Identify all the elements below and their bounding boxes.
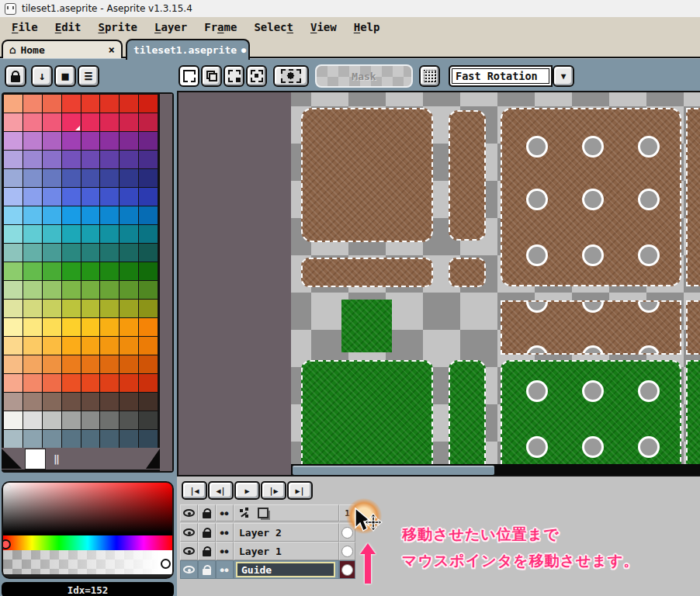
palette-swatch[interactable] [81,225,100,243]
layer-visibility-toggle[interactable] [180,542,198,560]
palette-swatch[interactable] [62,95,81,113]
layer-visibility-toggle[interactable] [180,560,198,579]
palette-swatch[interactable] [120,225,138,243]
palette-swatch[interactable] [139,411,158,429]
layer-row-layer-2[interactable]: ●● Layer 2 [180,523,355,542]
palette-swatch[interactable] [62,151,81,168]
palette-swatch[interactable] [120,300,138,317]
palette-swatch[interactable] [81,281,100,299]
filled-square-button[interactable]: ■ [54,65,76,87]
palette-swatch[interactable] [100,262,119,280]
layer-row-layer-1[interactable]: ●● Layer 1 [180,542,355,560]
palette-swatch[interactable] [100,300,119,317]
replace-selection-button[interactable] [178,65,199,87]
sprite-editor[interactable] [177,91,700,475]
palette-swatch[interactable] [4,300,23,317]
layer-name[interactable]: Layer 2 [234,523,339,542]
palette-swatch[interactable] [120,244,138,262]
menu-item-sprite[interactable]: Sprite [89,19,146,35]
palette-swatch[interactable] [100,393,119,411]
play-button[interactable]: ▶ [234,481,260,500]
palette-swatch[interactable] [139,206,158,224]
continuous-column-header[interactable]: ●● [216,504,234,522]
palette-swatch[interactable] [62,337,81,355]
palette-swatch[interactable] [23,206,42,224]
palette-swatch[interactable] [4,169,23,187]
palette-swatch[interactable] [4,411,23,429]
palette-swatch[interactable] [23,300,42,317]
palette-swatch[interactable] [43,95,61,113]
lock-column-header[interactable] [198,504,216,522]
palette-swatch[interactable] [81,430,100,448]
palette-swatch[interactable] [4,262,23,280]
palette-swatch[interactable] [81,355,100,373]
palette-swatch[interactable] [100,169,119,187]
palette-swatch[interactable] [23,113,42,131]
hue-slider[interactable] [3,535,172,550]
layer-continuous-toggle[interactable]: ●● [216,523,234,542]
palette-swatch[interactable] [43,132,61,150]
palette-swatch[interactable] [81,244,100,262]
palette-swatch[interactable] [62,225,81,243]
palette-swatch[interactable] [100,430,119,448]
palette-swatch[interactable] [139,281,158,299]
palette-swatch[interactable] [4,430,23,448]
palette-swatch[interactable] [23,355,42,373]
palette-swatch[interactable] [139,262,158,280]
palette-swatch[interactable] [81,188,100,206]
palette-swatch[interactable] [81,206,100,224]
palette-swatch[interactable] [100,374,119,392]
palette-swatch[interactable] [43,169,61,187]
palette-swatch[interactable] [100,337,119,355]
palette-swatch[interactable] [139,188,158,206]
first-frame-button[interactable]: |◀ [182,481,207,500]
palette-swatch[interactable] [120,318,138,336]
palette-swatch[interactable] [4,225,23,243]
palette-swatch[interactable] [139,151,158,168]
layer-name[interactable]: Layer 1 [234,542,339,560]
palette-swatch[interactable] [100,132,119,150]
palette-swatch[interactable] [4,132,23,150]
palette-swatch[interactable] [43,151,61,168]
palette-swatch[interactable] [4,151,23,168]
palette-swatch[interactable] [139,355,158,373]
palette-swatch[interactable] [120,430,138,448]
palette-swatch[interactable] [100,281,119,299]
layer-name-edit[interactable]: Guide [236,562,335,577]
palette-swatch[interactable] [62,281,81,299]
layer-lock-toggle[interactable] [198,560,216,579]
palette-swatch[interactable] [4,374,23,392]
palette-swatch[interactable] [4,188,23,206]
tab-tileset1[interactable]: tileset1.aseprite ● [126,39,250,60]
layer-continuous-toggle[interactable]: ●● [216,560,234,579]
add-selection-button[interactable] [201,65,222,87]
layer-continuous-toggle[interactable]: ●● [216,542,234,560]
palette-swatch[interactable] [43,206,61,224]
palette-swatch[interactable] [100,355,119,373]
horizontal-scrollbar-thumb[interactable] [293,466,494,475]
palette-swatch[interactable] [120,411,138,429]
palette-swatch[interactable] [120,95,138,113]
grid-settings-button[interactable] [419,65,440,87]
palette-swatch[interactable] [4,393,23,411]
background-color-swatch[interactable] [25,449,46,470]
selection-options-button[interactable] [273,65,309,87]
palette-swatch[interactable] [100,225,119,243]
palette-swatch[interactable] [120,113,138,131]
palette-swatch[interactable] [43,300,61,317]
layer-row-guide[interactable]: ●● Guide [180,560,355,579]
palette-swatch[interactable] [139,169,158,187]
palette-swatch[interactable] [100,151,119,168]
palette-swatch[interactable] [139,95,158,113]
palette-swatch[interactable] [120,374,138,392]
palette-swatch[interactable] [23,132,42,150]
palette-swatch[interactable] [62,244,81,262]
menu-item-frame[interactable]: Frame [196,19,245,35]
palette-swatch[interactable] [62,262,81,280]
menu-item-select[interactable]: Select [245,19,302,35]
prev-frame-button[interactable]: ◀| [208,481,234,500]
palette-swatch[interactable] [120,206,138,224]
layer-lock-toggle[interactable] [198,523,216,542]
palette-swatch[interactable] [81,113,100,131]
palette-swatch[interactable] [23,393,42,411]
